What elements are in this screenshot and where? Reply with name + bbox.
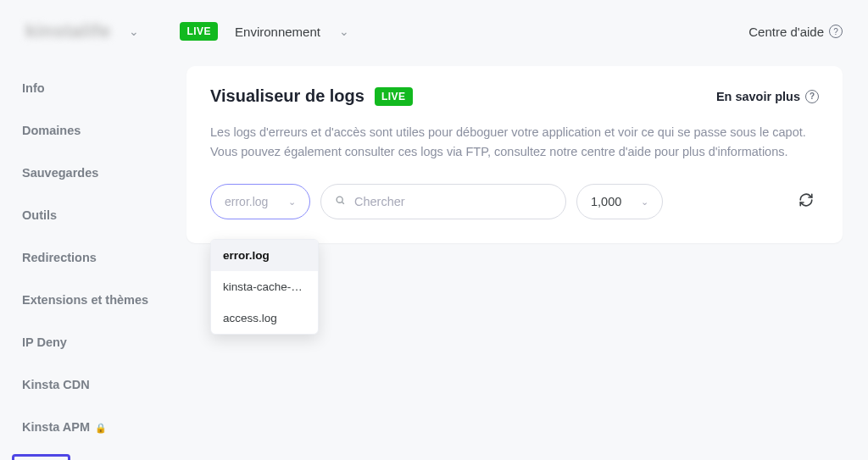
- card-title: Visualiseur de logs: [210, 86, 364, 106]
- search-icon: [335, 195, 346, 208]
- search-input[interactable]: [354, 195, 552, 208]
- dropdown-option-error[interactable]: error.log: [211, 240, 318, 271]
- chevron-down-icon[interactable]: ⌄: [127, 25, 149, 38]
- sidebar-item-redirections[interactable]: Redirections: [20, 242, 98, 273]
- log-viewer-card: Visualiseur de logs LIVE En savoir plus …: [186, 66, 843, 243]
- line-count-value: 1,000: [591, 195, 621, 208]
- svg-line-1: [342, 202, 344, 205]
- sidebar-item-label: Kinsta APM: [22, 420, 90, 434]
- help-icon: ?: [829, 25, 843, 38]
- line-count-select[interactable]: 1,000 ⌄: [576, 184, 663, 219]
- controls-row: error.log ⌄ 1,000 ⌄: [210, 184, 819, 219]
- environment-label: Environnement: [235, 25, 320, 39]
- sidebar-item-cdn[interactable]: Kinsta CDN: [20, 369, 92, 400]
- sidebar-item-logs[interactable]: Logs: [12, 454, 70, 460]
- svg-point-0: [337, 197, 342, 203]
- card-description: Les logs d'erreurs et d'accès sont utile…: [210, 123, 819, 162]
- sidebar: Info Domaines Sauvegardes Outils Redirec…: [20, 66, 173, 460]
- help-icon: ?: [805, 90, 819, 103]
- main: Visualiseur de logs LIVE En savoir plus …: [173, 66, 843, 460]
- env-chevron-down-icon[interactable]: ⌄: [337, 25, 359, 38]
- logfile-dropdown: error.log kinsta-cache-… access.log: [210, 239, 319, 335]
- sidebar-item-info[interactable]: Info: [20, 73, 47, 103]
- learn-more-label: En savoir plus: [716, 90, 800, 103]
- chevron-down-icon: ⌄: [641, 197, 648, 208]
- search-input-wrap[interactable]: [320, 184, 566, 219]
- lock-icon: 🔒: [95, 423, 107, 433]
- site-name: kinstalife: [20, 20, 115, 42]
- live-badge: LIVE: [180, 22, 218, 41]
- sidebar-item-ipdeny[interactable]: IP Deny: [20, 327, 69, 357]
- sidebar-item-sauvegardes[interactable]: Sauvegardes: [20, 158, 100, 188]
- card-live-badge: LIVE: [375, 87, 413, 106]
- sidebar-item-domaines[interactable]: Domaines: [20, 115, 82, 146]
- logfile-select-value: error.log: [225, 195, 268, 208]
- dropdown-option-kinsta-cache[interactable]: kinsta-cache-…: [211, 271, 318, 302]
- chevron-down-icon: ⌄: [288, 197, 296, 208]
- sidebar-item-apm[interactable]: Kinsta APM 🔒: [20, 412, 108, 442]
- help-center-label: Centre d'aide: [748, 25, 824, 39]
- sidebar-item-extensions[interactable]: Extensions et thèmes: [20, 285, 150, 315]
- refresh-icon: [798, 192, 814, 208]
- learn-more-link[interactable]: En savoir plus ?: [716, 90, 819, 103]
- topbar: kinstalife ⌄ LIVE Environnement ⌄ Centre…: [20, 20, 843, 42]
- dropdown-option-access[interactable]: access.log: [211, 302, 318, 334]
- logfile-select[interactable]: error.log ⌄: [210, 184, 310, 219]
- help-center-link[interactable]: Centre d'aide ?: [748, 25, 843, 39]
- refresh-button[interactable]: [793, 189, 819, 214]
- sidebar-item-outils[interactable]: Outils: [20, 200, 58, 230]
